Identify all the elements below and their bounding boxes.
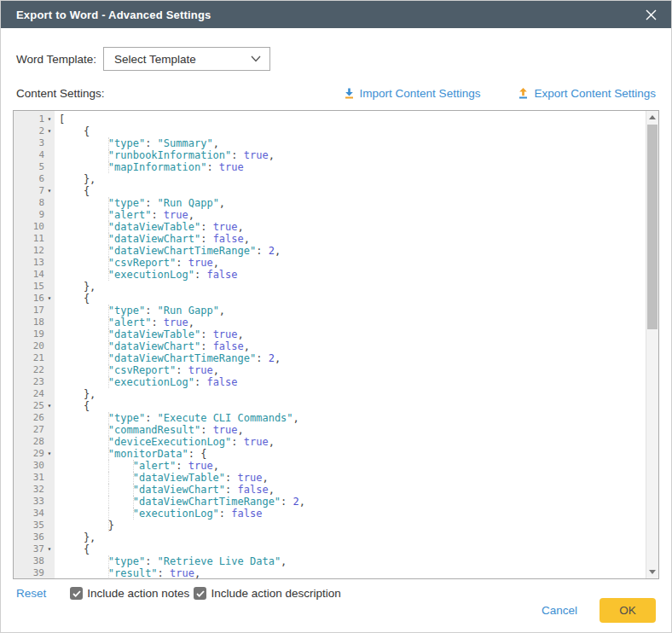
- code-line[interactable]: "mapInformation": true: [59, 161, 646, 173]
- line-number: 30: [14, 460, 55, 472]
- dialog-footer: Reset Include action notes Include actio…: [1, 579, 671, 633]
- code-line[interactable]: {: [59, 293, 646, 305]
- reset-link[interactable]: Reset: [16, 587, 46, 600]
- code-line[interactable]: {: [59, 400, 646, 412]
- checkbox-checked-icon[interactable]: [194, 587, 206, 600]
- code-line[interactable]: },: [59, 173, 646, 185]
- word-template-select[interactable]: Select Template: [103, 47, 270, 71]
- code-line[interactable]: "type": "Summary",: [59, 137, 646, 149]
- content-settings-editor[interactable]: 1▾2▾34567▾8910111213141516▾1718192021222…: [13, 110, 659, 579]
- word-template-selected-value: Select Template: [114, 53, 196, 66]
- checkbox-checked-icon[interactable]: [70, 587, 83, 600]
- code-line[interactable]: "dataViewTable": true,: [59, 472, 646, 484]
- code-line[interactable]: {: [59, 543, 646, 555]
- line-number: 28: [14, 436, 55, 448]
- code-line[interactable]: "result": true,: [59, 567, 646, 578]
- line-number: 24: [14, 388, 55, 400]
- line-number[interactable]: 25▾: [14, 400, 55, 412]
- line-number: 15: [14, 281, 55, 293]
- fold-arrow-icon: ▾: [44, 125, 55, 137]
- line-number: 5: [14, 161, 55, 173]
- line-number[interactable]: 2▾: [14, 125, 55, 137]
- fold-arrow-icon: ▾: [44, 543, 55, 555]
- code-line[interactable]: "alert": true,: [59, 316, 646, 328]
- line-number: 26: [14, 412, 55, 424]
- code-line[interactable]: "monitorData": {: [59, 448, 646, 460]
- line-number: 17: [14, 305, 55, 316]
- import-link-label: Import Content Settings: [360, 87, 481, 100]
- line-number: 14: [14, 269, 55, 281]
- close-button[interactable]: [642, 6, 659, 23]
- line-number: 9: [14, 209, 55, 221]
- code-line[interactable]: "dataViewChartTimeRange": 2,: [59, 245, 646, 257]
- code-line[interactable]: "executionLog": false: [59, 376, 646, 388]
- fold-arrow-icon: ▾: [44, 113, 55, 125]
- code-line[interactable]: "csvReport": true,: [59, 257, 646, 269]
- editor-code-area[interactable]: [ { "type": "Summary", "runbookInformati…: [55, 111, 646, 578]
- scrollbar-track[interactable]: [646, 124, 658, 566]
- code-line[interactable]: },: [59, 531, 646, 543]
- code-line[interactable]: "type": "Run Qapp",: [59, 197, 646, 209]
- scrollbar-thumb[interactable]: [647, 125, 658, 329]
- code-line[interactable]: "dataViewChartTimeRange": 2,: [59, 496, 646, 508]
- line-number[interactable]: 16▾: [14, 293, 55, 305]
- line-number: 34: [14, 508, 55, 520]
- code-line[interactable]: },: [59, 388, 646, 400]
- content-settings-label: Content Settings:: [16, 87, 344, 100]
- line-number: 6: [14, 173, 55, 185]
- code-line[interactable]: "dataViewChart": false,: [59, 340, 646, 352]
- dialog-titlebar: Export to Word - Advanced Settings: [1, 1, 671, 28]
- line-number[interactable]: 37▾: [14, 543, 55, 555]
- code-line[interactable]: "dataViewChart": false,: [59, 233, 646, 245]
- code-line[interactable]: },: [59, 281, 646, 293]
- include-action-description-checkbox-item[interactable]: Include action description: [194, 587, 340, 600]
- code-line[interactable]: "type": "Retrieve Live Data",: [59, 555, 646, 567]
- scroll-down-icon: [649, 570, 656, 574]
- code-line[interactable]: "dataViewChart": false,: [59, 484, 646, 496]
- fold-arrow-icon: ▾: [44, 185, 55, 197]
- code-line[interactable]: "alert": true,: [59, 460, 646, 472]
- export-content-settings-link[interactable]: Export Content Settings: [518, 87, 656, 100]
- code-line[interactable]: {: [59, 185, 646, 197]
- export-link-label: Export Content Settings: [534, 87, 656, 100]
- code-line[interactable]: "executionLog": false: [59, 269, 646, 281]
- line-number: 31: [14, 472, 55, 484]
- import-icon: [344, 88, 355, 99]
- line-number: 12: [14, 245, 55, 257]
- editor-line-number-gutter: 1▾2▾34567▾8910111213141516▾1718192021222…: [14, 111, 55, 578]
- line-number[interactable]: 7▾: [14, 185, 55, 197]
- content-settings-row: Content Settings: Import Content Setting…: [16, 84, 656, 102]
- code-line[interactable]: "executionLog": false: [59, 508, 646, 520]
- code-line[interactable]: [: [59, 113, 646, 125]
- code-line[interactable]: "commandResult": true,: [59, 424, 646, 436]
- code-line[interactable]: "dataViewTable": true,: [59, 328, 646, 340]
- line-number: 3: [14, 137, 55, 149]
- export-icon: [518, 88, 529, 99]
- code-line[interactable]: "dataViewTable": true,: [59, 221, 646, 233]
- scroll-up-button[interactable]: [646, 111, 658, 124]
- line-number[interactable]: 1▾: [14, 113, 55, 125]
- line-number: 11: [14, 233, 55, 245]
- code-line[interactable]: "deviceExecutionLog": true,: [59, 436, 646, 448]
- scroll-down-button[interactable]: [646, 566, 658, 578]
- code-line[interactable]: }: [59, 520, 646, 531]
- code-line[interactable]: "dataViewChartTimeRange": 2,: [59, 352, 646, 364]
- line-number: 22: [14, 364, 55, 376]
- editor-scrollbar[interactable]: [646, 111, 658, 578]
- code-line[interactable]: {: [59, 125, 646, 137]
- line-number: 13: [14, 257, 55, 269]
- code-line[interactable]: "type": "Execute CLI Commands",: [59, 412, 646, 424]
- line-number: 38: [14, 555, 55, 567]
- cancel-button[interactable]: Cancel: [542, 604, 577, 617]
- import-content-settings-link[interactable]: Import Content Settings: [344, 87, 481, 100]
- code-line[interactable]: "csvReport": true,: [59, 364, 646, 376]
- include-action-notes-checkbox-item[interactable]: Include action notes: [70, 587, 189, 600]
- fold-arrow-icon: ▾: [44, 293, 55, 305]
- code-line[interactable]: "runbookInformation": true,: [59, 149, 646, 161]
- code-line[interactable]: "alert": true,: [59, 209, 646, 221]
- ok-button[interactable]: OK: [600, 598, 656, 623]
- line-number[interactable]: 29▾: [14, 448, 55, 460]
- line-number: 21: [14, 352, 55, 364]
- code-line[interactable]: "type": "Run Gapp",: [59, 305, 646, 316]
- line-number: 32: [14, 484, 55, 496]
